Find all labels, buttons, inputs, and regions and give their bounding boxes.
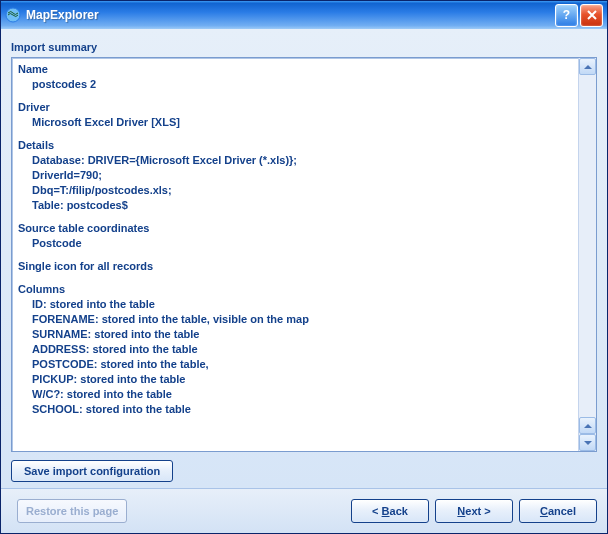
save-import-config-button[interactable]: Save import configuration: [11, 460, 173, 482]
column-line: PICKUP: stored into the table: [32, 372, 572, 387]
scroll-track[interactable]: [579, 75, 596, 417]
driver-label: Driver: [18, 100, 572, 115]
name-value: postcodes 2: [32, 77, 572, 92]
column-line: ID: stored into the table: [32, 297, 572, 312]
columns-label: Columns: [18, 282, 572, 297]
help-button[interactable]: ?: [555, 4, 578, 27]
scroll-down-button[interactable]: [579, 434, 596, 451]
close-icon: [587, 10, 597, 20]
source-coords-value: Postcode: [32, 236, 572, 251]
scroll-up-button-2[interactable]: [579, 417, 596, 434]
summary-text[interactable]: Name postcodes 2 Driver Microsoft Excel …: [12, 58, 578, 451]
source-coords-label: Source table coordinates: [18, 221, 572, 236]
single-icon-line: Single icon for all records: [18, 259, 572, 274]
restore-page-button: Restore this page: [17, 499, 127, 523]
column-line: W/C?: stored into the table: [32, 387, 572, 402]
close-button[interactable]: [580, 4, 603, 27]
next-button[interactable]: Next >: [435, 499, 513, 523]
titlebar[interactable]: MapExplorer ?: [1, 1, 607, 29]
summary-textbox: Name postcodes 2 Driver Microsoft Excel …: [11, 57, 597, 452]
details-line: Database: DRIVER={Microsoft Excel Driver…: [32, 153, 572, 168]
cancel-button[interactable]: Cancel: [519, 499, 597, 523]
details-line: Dbq=T:/filip/postcodes.xls;: [32, 183, 572, 198]
driver-value: Microsoft Excel Driver [XLS]: [32, 115, 572, 130]
config-button-row: Save import configuration: [11, 460, 597, 482]
wizard-window: MapExplorer ? Import summary Name postco…: [0, 0, 608, 534]
details-line: DriverId=790;: [32, 168, 572, 183]
column-line: FORENAME: stored into the table, visible…: [32, 312, 572, 327]
chevron-down-icon: [584, 441, 592, 445]
window-title: MapExplorer: [26, 8, 553, 22]
chevron-up-icon: [584, 424, 592, 428]
column-line: SURNAME: stored into the table: [32, 327, 572, 342]
column-line: POSTCODE: stored into the table,: [32, 357, 572, 372]
name-label: Name: [18, 62, 572, 77]
wizard-footer: Restore this page < Back Next > Cancel: [1, 488, 607, 533]
section-heading: Import summary: [11, 41, 597, 53]
details-label: Details: [18, 138, 572, 153]
details-line: Table: postcodes$: [32, 198, 572, 213]
back-button[interactable]: < Back: [351, 499, 429, 523]
content-area: Import summary Name postcodes 2 Driver M…: [1, 29, 607, 488]
chevron-up-icon: [584, 65, 592, 69]
scrollbar-vertical[interactable]: [578, 58, 596, 451]
column-line: ADDRESS: stored into the table: [32, 342, 572, 357]
app-icon: [5, 7, 21, 23]
column-line: SCHOOL: stored into the table: [32, 402, 572, 417]
scroll-up-button[interactable]: [579, 58, 596, 75]
